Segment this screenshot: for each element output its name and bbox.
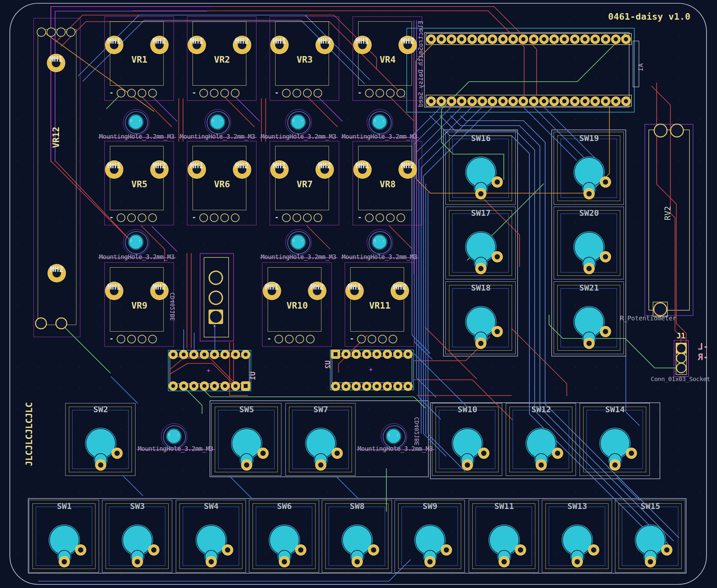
ic-pad[interactable] (394, 350, 402, 358)
ic-pad[interactable] (190, 350, 198, 359)
pot-pin[interactable] (128, 214, 135, 222)
footprint-vr12[interactable]: MH1MH2VR12 (34, 18, 80, 337)
ref-label[interactable]: VR9 (105, 301, 174, 311)
switch-label[interactable]: SW6 (249, 502, 319, 511)
switch-pad-1[interactable] (584, 263, 594, 274)
ic-pad[interactable] (169, 382, 177, 390)
socket-pad[interactable] (478, 35, 487, 44)
ic-pad[interactable] (180, 382, 188, 390)
ic-pad[interactable] (231, 382, 240, 390)
pot-pin[interactable] (282, 89, 290, 97)
pot-pin[interactable] (200, 214, 208, 222)
pot-pin[interactable] (307, 335, 314, 343)
ic-pad[interactable] (180, 350, 188, 359)
switch-pad-2[interactable] (661, 545, 672, 555)
pot-pin[interactable] (231, 89, 239, 97)
ic-pad[interactable] (231, 350, 240, 359)
ic-pad[interactable] (383, 382, 392, 391)
ic-pad[interactable] (221, 350, 229, 359)
rv2-pad[interactable] (654, 124, 667, 137)
switch-label[interactable]: SW20 (554, 209, 624, 218)
switch-sw20[interactable]: SW20 (554, 207, 624, 279)
switch-sw7[interactable]: SW7 (286, 403, 356, 476)
ic-ref-label[interactable]: U1 (249, 369, 256, 382)
switch-pad-2[interactable] (600, 177, 611, 187)
pot-pin[interactable] (293, 214, 301, 222)
pot-pin[interactable] (296, 335, 304, 343)
ic-pad[interactable] (221, 382, 229, 390)
pot-pin[interactable] (149, 89, 156, 97)
switch-sw18[interactable]: SW18 (445, 281, 515, 354)
socket-pad[interactable] (611, 97, 620, 106)
switch-pad-1[interactable] (610, 460, 620, 470)
mounting-hole-label[interactable]: MountingHole_3.2mm_M3 (342, 133, 417, 140)
footprint-vr6[interactable]: MH1MH2VR6- (187, 141, 256, 225)
switch-sw11[interactable]: SW11 (469, 500, 539, 572)
switch-label[interactable]: SW13 (542, 502, 612, 511)
switch-pad-1[interactable] (279, 556, 290, 567)
pot-pin[interactable] (117, 89, 125, 97)
ic-pad[interactable] (241, 350, 250, 359)
footprint-vr2[interactable]: MH1MH2VR2- (187, 16, 256, 101)
ref-label[interactable]: VR10 (262, 301, 332, 311)
switch-pad-1[interactable] (206, 556, 216, 567)
footprint-vr11[interactable]: MH1MH2VR11- (345, 262, 414, 346)
switch-label[interactable]: SW12 (506, 405, 576, 414)
ic-pad[interactable] (404, 350, 412, 358)
mounting-hole-label[interactable]: MountingHole_3.2mm_M3 (99, 253, 174, 260)
socket-pad[interactable] (591, 35, 599, 44)
switch-label[interactable]: SW18 (446, 284, 516, 293)
j1-ref-label[interactable]: J1 (674, 332, 688, 340)
switch-label[interactable]: SW15 (615, 502, 686, 511)
mounting-hole[interactable]: Rr (123, 109, 149, 135)
pot-pin[interactable] (358, 335, 365, 343)
switch-pad-2[interactable] (76, 545, 86, 555)
mounting-hole[interactable]: Rr (205, 109, 230, 135)
socket-pad[interactable] (591, 97, 599, 106)
socket-pad[interactable] (447, 97, 456, 106)
pot-pin[interactable] (379, 335, 386, 343)
board-title[interactable]: 0461-daisy v1.0 (608, 12, 691, 22)
socket-pad[interactable] (611, 35, 620, 44)
pot-pin[interactable] (303, 89, 311, 97)
switch-label[interactable]: SW9 (395, 502, 465, 511)
pot-pin[interactable] (386, 89, 394, 97)
pot-pin[interactable] (128, 335, 135, 343)
socket-pad[interactable] (437, 97, 446, 106)
pot-pin[interactable] (282, 214, 290, 222)
switch-sw15[interactable]: SW15 (615, 500, 685, 572)
switch-pad-2[interactable] (258, 448, 268, 459)
switch-label[interactable]: SW3 (102, 502, 172, 511)
switch-pad-2[interactable] (600, 326, 611, 337)
ic-pad[interactable] (362, 350, 371, 358)
switch-pad-1[interactable] (241, 460, 252, 470)
switch-pad-1[interactable] (352, 556, 362, 567)
mounting-hole-label[interactable]: MountingHole_3.2mm_M3 (261, 133, 336, 140)
socket-pad[interactable] (488, 97, 497, 106)
pot-pin[interactable] (138, 214, 146, 222)
pot-pin[interactable] (303, 214, 311, 222)
rv2-pad[interactable] (670, 124, 683, 137)
socket-pad[interactable] (509, 35, 518, 44)
switch-sw13[interactable]: SW13 (542, 500, 612, 572)
switch-pad-1[interactable] (476, 263, 486, 274)
socket-pad[interactable] (581, 97, 589, 106)
ic-pad[interactable] (342, 350, 350, 358)
switch-pad-1[interactable] (132, 556, 143, 567)
switch-label[interactable]: SW5 (212, 405, 282, 414)
switch-label[interactable]: SW21 (554, 284, 624, 293)
pot-pin[interactable] (221, 89, 229, 97)
switch-pad-2[interactable] (332, 448, 342, 459)
footprint-vr9[interactable]: MH1MH2VR9- (104, 262, 174, 346)
switch-sw2[interactable]: SW2 (65, 403, 135, 476)
socket-pad[interactable] (550, 35, 558, 44)
socket-pad[interactable] (581, 35, 589, 44)
switch-pad-1[interactable] (96, 460, 106, 470)
socket-pad[interactable] (519, 97, 528, 106)
switch-pad-2[interactable] (441, 545, 452, 555)
switch-sw17[interactable]: SW17 (445, 207, 515, 279)
socket-pad[interactable] (560, 35, 569, 44)
aux-footprint-pad[interactable] (209, 271, 223, 285)
socket-pad[interactable] (621, 97, 630, 106)
footprint-vr7[interactable]: MH1MH2VR7- (270, 141, 339, 225)
